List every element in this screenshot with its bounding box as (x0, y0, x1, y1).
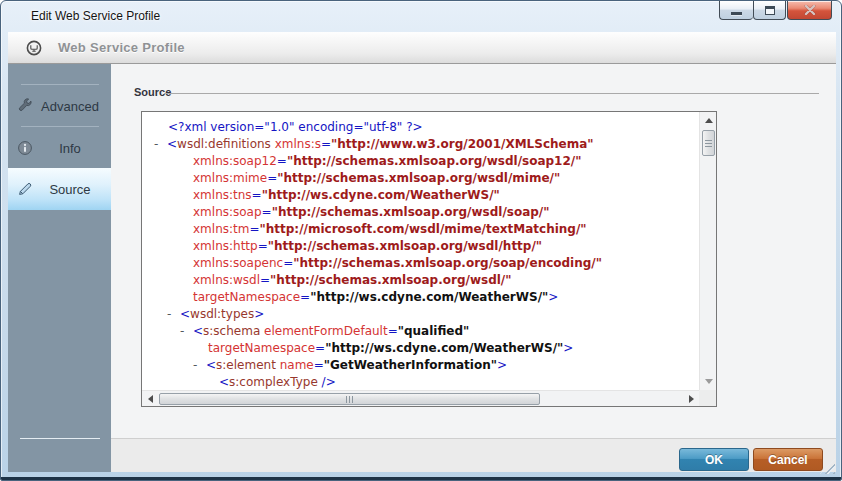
code-line: -<wsdl:types> (143, 306, 699, 323)
sidebar-item-source[interactable]: Source (8, 168, 111, 210)
cancel-button[interactable]: Cancel (753, 448, 823, 471)
scroll-right-button[interactable] (683, 391, 699, 406)
code-line: -<wsdl:definitions xmlns:s="http://www.w… (143, 136, 699, 153)
code-line: <s:complexType /> (143, 374, 699, 391)
minimize-icon (731, 12, 742, 15)
code-line: xmlns:soap="http://schemas.xmlsoap.org/w… (143, 204, 699, 221)
sidebar-item-label: Info (33, 141, 111, 156)
horizontal-scrollbar[interactable] (142, 390, 699, 406)
scroll-left-button[interactable] (142, 391, 158, 406)
collapse-minus-icon[interactable]: - (167, 306, 180, 323)
ok-button[interactable]: OK (679, 448, 749, 471)
vertical-scroll-thumb[interactable] (702, 130, 715, 156)
dialog-header: Web Service Profile (8, 32, 836, 64)
minimize-button[interactable] (719, 1, 753, 20)
sidebar: AdvancedInfoSource (8, 64, 111, 472)
scroll-down-button[interactable] (700, 373, 717, 390)
collapse-minus-icon[interactable]: - (154, 136, 167, 153)
maximize-button[interactable] (753, 1, 786, 20)
code-line: xmlns:tm="http://microsoft.com/wsdl/mime… (143, 221, 699, 238)
sidebar-item-info[interactable]: Info (8, 128, 111, 168)
window-title: Edit Web Service Profile (31, 9, 160, 23)
code-line: xmlns:soapenc="http://schemas.xmlsoap.or… (143, 255, 699, 272)
sidebar-item-label: Advanced (33, 99, 111, 114)
code-line: targetNamespace="http://ws.cdyne.com/Wea… (143, 340, 699, 357)
source-code-box: <?xml version="1.0" encoding="utf-8" ?>-… (141, 111, 717, 407)
code-line: xmlns:tns="http://ws.cdyne.com/WeatherWS… (143, 187, 699, 204)
horizontal-scroll-thumb[interactable] (159, 393, 540, 405)
collapse-minus-icon[interactable]: - (193, 357, 206, 374)
sidebar-divider (21, 126, 99, 127)
arrow-right-icon (689, 395, 694, 403)
arrow-up-icon (705, 118, 713, 123)
arrow-left-icon (148, 395, 153, 403)
code-line: xmlns:http="http://schemas.xmlsoap.org/w… (143, 238, 699, 255)
caption-buttons (719, 1, 832, 20)
sidebar-item-advanced[interactable]: Advanced (8, 86, 111, 126)
maximize-icon (765, 6, 775, 15)
code-line: <?xml version="1.0" encoding="utf-8" ?> (143, 119, 699, 136)
edit-icon (17, 181, 33, 197)
code-line: -<s:schema elementFormDefault="qualified… (143, 323, 699, 340)
scrollbar-corner (699, 390, 716, 406)
source-group-label: Source (134, 86, 171, 98)
sidebar-divider (20, 438, 100, 439)
code-line: targetNamespace="http://ws.cdyne.com/Wea… (143, 289, 699, 306)
arrow-down-icon (705, 379, 713, 384)
source-group-line (164, 93, 819, 94)
header-title: Web Service Profile (58, 40, 185, 55)
code-line: xmlns:wsdl="http://schemas.xmlsoap.org/w… (143, 272, 699, 289)
vertical-scrollbar[interactable] (699, 112, 716, 390)
collapse-minus-icon[interactable]: - (180, 323, 193, 340)
code-line: -<s:element name="GetWeatherInformation"… (143, 357, 699, 374)
scroll-up-button[interactable] (700, 112, 717, 129)
close-button[interactable] (787, 1, 832, 20)
edit-web-service-profile-dialog: Edit Web Service Profile Web Service Pro… (0, 0, 842, 481)
sidebar-divider (21, 84, 99, 85)
titlebar[interactable]: Edit Web Service Profile (1, 1, 841, 31)
source-code[interactable]: <?xml version="1.0" encoding="utf-8" ?>-… (143, 113, 699, 391)
sidebar-item-label: Source (33, 182, 111, 197)
close-icon (804, 5, 816, 15)
code-line: xmlns:mime="http://schemas.xmlsoap.org/w… (143, 170, 699, 187)
info-icon (17, 140, 33, 156)
web-service-icon (26, 40, 42, 56)
wrench-icon (17, 98, 33, 114)
code-line: xmlns:soap12="http://schemas.xmlsoap.org… (143, 153, 699, 170)
